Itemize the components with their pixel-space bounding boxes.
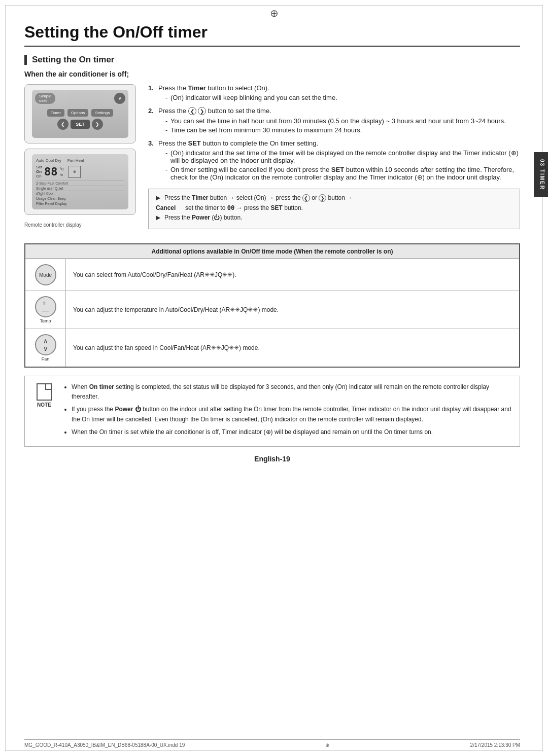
step3-text: Press the SET button to complete the On … [158,139,318,147]
fan-text: You can adjust the fan speed in Cool/Fan… [66,329,519,367]
page-footer: MG_GOOD_R-410A_A3050_IB&IM_EN_DB68-05188… [24,739,520,748]
step3-content: Press the SET button to complete the On … [158,139,520,183]
options-btn: Options [67,109,89,117]
options-row-mode: Mode You can select from Auto/Cool/Dry/F… [25,259,519,291]
display-modes-2: Fan Heat [67,158,84,163]
note-bullet-1: When On timer setting is completed, the … [72,382,511,402]
timer-btn: Timer [47,109,64,117]
options-table-wrapper: Additional options available in On/Off t… [24,243,520,368]
note-bullet-3: When the On timer is set while the air c… [72,427,511,437]
display-row5: Filter Reset Display [36,201,124,205]
chevron-down-btn: ∨ [114,93,125,104]
instructions-area: 1. Press the Timer button to select (On)… [148,84,520,235]
step2-sub1: You can set the time in half hour unit f… [165,117,506,125]
cancel-row3: ▶ Press the Power (⏻) button. [156,214,512,221]
cancel-row2: Cancel set the timer to 00 → press the S… [156,204,512,211]
temp-icon-cell: +— Temp [25,291,66,329]
step2-num: 2. [148,107,155,135]
step-1: 1. Press the Timer button to select (On)… [148,84,520,103]
mode-icon-cell: Mode [25,259,66,291]
arrow-icon-1: ▶ [156,194,160,201]
step2-content: Press the ❮ ❯ button to set the time. Yo… [158,107,506,135]
step3-num: 3. [148,139,155,183]
cancel-box: ▶ Press the Timer button → select (On) →… [148,189,520,229]
temp-text: You can adjust the temperature in Auto/C… [66,291,519,329]
instruction-list: 1. Press the Timer button to select (On)… [148,84,520,183]
note-label: NOTE [37,402,51,408]
display-digits: 88 [44,166,58,177]
remote-top: Simpleuser ∨ Timer Options Settings ❮ SE… [32,90,128,138]
left-arrow-btn: ❮ [57,119,68,130]
cancel-label: Cancel [156,204,181,211]
remote-display: Auto Cool Dry Fan Heat Set On On 88 [32,154,128,209]
fan-icon: ∧∨ [35,334,56,355]
footer-compass: ⊕ [325,742,329,748]
compass-top-icon: ⊕ [270,7,279,19]
footer-left: MG_GOOD_R-410A_A3050_IB&IM_EN_DB68-05188… [24,742,185,748]
display-row1: 2-Step Fast Comfort [36,181,124,185]
step3-sub1: (On) indicator and the set time of the t… [165,149,520,164]
cancel-text2: set the timer to 00 → press the SET butt… [185,204,303,211]
footer-right: 2/17/2015 2:13:30 PM [470,742,520,748]
note-box: NOTE When On timer setting is completed,… [24,376,520,447]
options-table: Additional options available in On/Off t… [24,243,520,368]
display-set-label: Set [36,165,42,169]
temp-icon: +— [35,296,56,317]
display-degree: °C [60,167,64,171]
cancel-text1: Press the Timer button → select (On) → p… [164,194,353,202]
simple-user-btn: Simpleuser [35,93,55,104]
step1-sub1: (On) indicator will keep blinking and yo… [165,94,337,101]
page-number: English-19 [24,455,520,463]
mode-text: You can select from Auto/Cool/Dry/Fan/He… [66,259,519,291]
display-row2: Single user Quiet [36,186,124,190]
note-content: When On timer setting is completed, the … [62,382,511,440]
display-hr: hr [60,172,64,177]
remote-caption: Remote controller display [24,222,136,228]
section-heading: Setting the On timer [24,55,520,65]
fan-label: Fan [42,356,50,362]
note-doc-icon [37,383,52,401]
display-icon-area: ⊕ [68,166,81,178]
right-arrow-btn: ❯ [92,119,103,130]
display-modes-1: Auto Cool Dry [36,158,61,163]
step1-content: Press the Timer button to select (On). (… [158,84,337,103]
step2-text: Press the ❮ ❯ button to set the time. [158,107,271,115]
cancel-row1: ▶ Press the Timer button → select (On) →… [156,194,512,202]
mode-icon: Mode [35,264,56,285]
page-title: Setting the On/Off timer [24,23,520,47]
step2-sub2: Time can be set from minimum 30 minutes … [165,126,506,134]
sub-heading: When the air conditioner is off; [24,70,520,78]
step3-sub2: On timer setting will be cancelled if yo… [165,166,520,181]
options-row-fan: ∧∨ Fan You can adjust the fan speed in C… [25,329,519,367]
temp-label: Temp [40,318,51,323]
remote-images: Simpleuser ∨ Timer Options Settings ❮ SE… [24,84,136,235]
fan-icon-cell: ∧∨ Fan [25,329,66,367]
step1-text: Press the Timer button to select (On). [158,84,269,92]
step-3: 3. Press the SET button to complete the … [148,139,520,183]
step1-num: 1. [148,84,155,103]
step-2: 2. Press the ❮ ❯ button to set the time.… [148,107,520,135]
set-btn: SET [71,120,90,129]
display-row4: Usage Clean Beep [36,196,124,200]
cancel-text3: Press the Power (⏻) button. [164,214,242,221]
settings-btn: Settings [91,109,113,117]
display-on-sub: On [36,174,42,178]
note-bullet-2: If you press the Power ⏻ button on the i… [72,405,511,424]
display-on-label: On [36,169,42,174]
arrow-icon-2: ▶ [156,214,160,221]
options-table-header: Additional options available in On/Off t… [25,244,519,259]
note-icon-area: NOTE [33,382,55,440]
options-row-temp: +— Temp You can adjust the temperature i… [25,291,519,329]
display-row3: d'light Cool [36,191,124,195]
remote-display-box: Auto Cool Dry Fan Heat Set On On 88 [24,149,136,215]
remote-top-box: Simpleuser ∨ Timer Options Settings ❮ SE… [24,84,136,143]
chapter-tab: 03 TIMER [534,152,548,197]
